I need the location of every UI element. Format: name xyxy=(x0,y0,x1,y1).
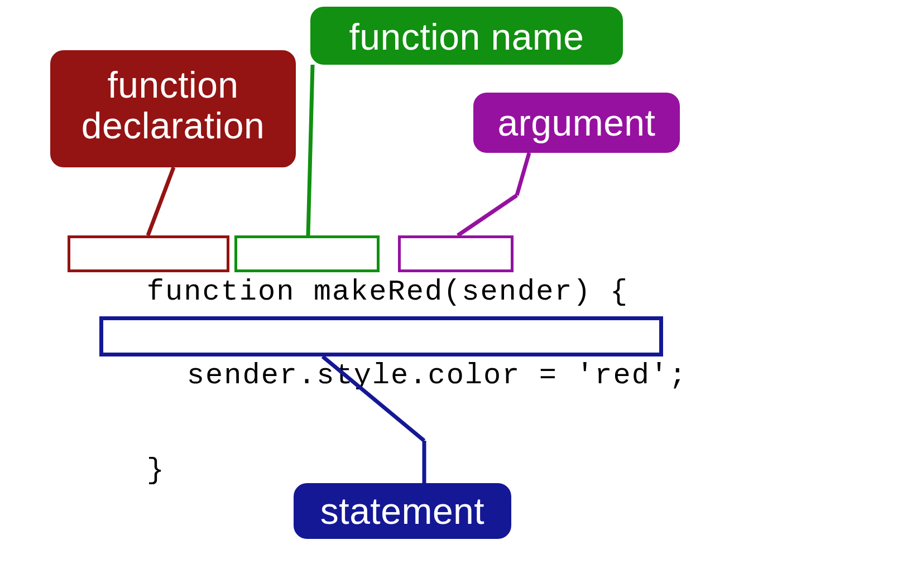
svg-line-2 xyxy=(517,153,529,195)
svg-line-3 xyxy=(458,195,517,235)
label-text: function name xyxy=(349,16,584,57)
label-text: argument xyxy=(498,102,656,143)
code-closing-brace: } xyxy=(147,454,165,487)
label-argument: argument xyxy=(473,93,680,153)
code-line-3: } xyxy=(73,421,165,520)
label-text: statement xyxy=(320,490,484,532)
svg-line-0 xyxy=(148,167,174,235)
code-line-2: sender.style.color = 'red'; xyxy=(113,326,687,425)
code-argument: sender xyxy=(462,276,573,309)
label-statement: statement xyxy=(294,483,511,539)
label-function-declaration: function declaration xyxy=(50,50,296,167)
code-keyword-function: function xyxy=(147,276,295,309)
code-close-paren-brace: ) { xyxy=(573,276,629,309)
code-function-name: makeRed xyxy=(314,276,443,309)
label-text: function declaration xyxy=(66,65,280,146)
code-statement: sender.style.color = 'red'; xyxy=(187,359,688,392)
label-function-name: function name xyxy=(310,7,623,65)
diagram-stage: function declaration function name argum… xyxy=(0,0,902,588)
svg-line-1 xyxy=(308,65,313,235)
code-open-paren: ( xyxy=(443,276,462,309)
